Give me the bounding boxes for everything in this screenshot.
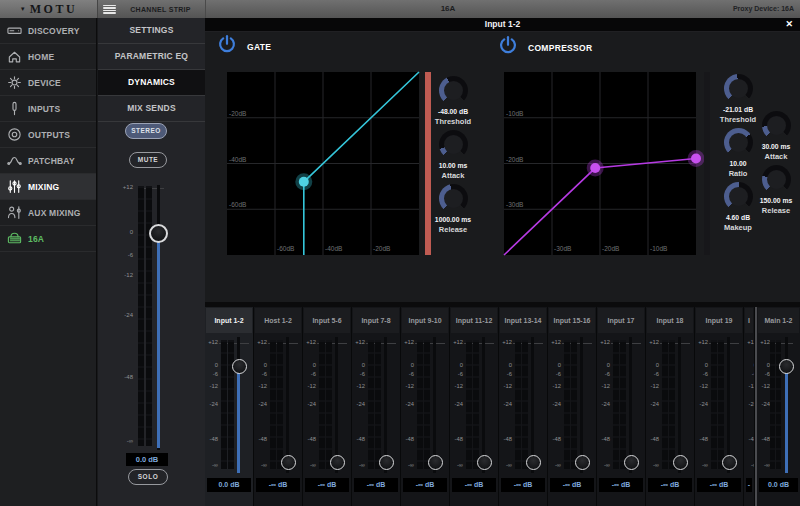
strip-fader-value[interactable]: 0.0 dB — [207, 478, 251, 492]
strip-fader-value[interactable]: -∞ dB — [256, 478, 300, 492]
strip-fader-handle[interactable] — [673, 455, 688, 470]
device-16a-icon — [7, 231, 22, 246]
stereo-button[interactable]: STEREO — [125, 123, 167, 139]
strip-fader-value[interactable]: -∞ dB — [501, 478, 545, 492]
strip-fader-handle[interactable] — [526, 455, 541, 470]
strip-fader-value[interactable]: -∞ dB — [697, 478, 741, 492]
strip-fader-value[interactable]: -∞ dB — [305, 478, 349, 492]
channel-strip-label[interactable]: Input 5-6 — [304, 308, 350, 333]
compressor-curve-handle[interactable] — [691, 153, 701, 163]
compressor-release-knob[interactable] — [762, 165, 791, 194]
channel-strip-label[interactable]: Input 13-14 — [500, 308, 546, 333]
mute-button[interactable]: MUTE — [129, 152, 167, 168]
strip-fader-track[interactable] — [384, 337, 387, 473]
compressor-threshold-knob[interactable] — [724, 74, 753, 103]
strip-scale-mark: -6 — [648, 371, 659, 377]
tab-mix-sends[interactable]: MIX SENDS — [98, 96, 205, 122]
channel-strip-label[interactable]: Input 17 — [598, 308, 644, 333]
strips-row: Input 1-2+120-6-12-24-48-∞0.0 dBHost 1-2… — [205, 307, 800, 506]
strip-fader-value[interactable]: -∞ dB — [599, 478, 643, 492]
strip-fader-track[interactable] — [433, 337, 436, 473]
strip-scale-mark: -∞ — [452, 462, 463, 468]
strip-fader-handle[interactable] — [232, 359, 247, 374]
sidebar-item-device[interactable]: DEVICE — [0, 70, 96, 96]
strip-scale-mark: -12 — [501, 383, 512, 389]
sidebar-item-discovery[interactable]: DISCOVERY — [0, 18, 96, 44]
strip-level-meter — [417, 340, 423, 469]
fader-scale-mark: 0 — [98, 229, 133, 235]
channel-strip-label[interactable]: Input 11-12 — [451, 308, 497, 333]
strip-fader-handle[interactable] — [330, 455, 345, 470]
strip-fader-value[interactable]: -∞ dB — [648, 478, 692, 492]
strip-fader-value[interactable]: - — [746, 478, 752, 492]
channel-strip-label[interactable]: Input 19 — [696, 308, 742, 333]
strip-fader-value[interactable]: -∞ dB — [550, 478, 594, 492]
channel-fader-value[interactable]: 0.0 dB — [126, 453, 168, 466]
strip-fader-value[interactable]: 0.0 dB — [759, 478, 798, 492]
sidebar-item-home[interactable]: HOME — [0, 44, 96, 70]
channel-strip-label[interactable]: I — [745, 308, 753, 333]
strip-fader-track[interactable] — [629, 337, 632, 473]
sidebar-item-outputs[interactable]: OUTPUTS — [0, 122, 96, 148]
strip-fader-value[interactable]: -∞ dB — [354, 478, 398, 492]
faders-icon — [7, 179, 22, 194]
sidebar-item-inputs[interactable]: INPUTS — [0, 96, 96, 122]
strip-scale-mark: -12 — [354, 383, 365, 389]
hamburger-menu-icon[interactable] — [103, 5, 116, 14]
strip-fader-handle[interactable] — [779, 359, 794, 374]
strip-fader-value[interactable]: -∞ dB — [403, 478, 447, 492]
strip-scale-mark: 0 — [697, 362, 708, 368]
strip-fader-track[interactable] — [286, 337, 289, 473]
channel-strip-label[interactable]: Host 1-2 — [255, 308, 301, 333]
strip-scale-mark: -∞ — [759, 462, 770, 468]
channel-strip-label[interactable]: Main 1-2 — [758, 308, 799, 333]
strip-scale-mark: -24 — [305, 401, 316, 407]
channel-strip-label[interactable]: Input 15-16 — [549, 308, 595, 333]
strip-fader-handle[interactable] — [281, 455, 296, 470]
sidebar-item-aux-mixing[interactable]: AUX MIXING — [0, 200, 96, 226]
sidebar-item-patchbay[interactable]: PATCHBAY — [0, 148, 96, 174]
svg-text:-60dB: -60dB — [229, 201, 246, 208]
gate-curve-svg: -60dB-40dB-20dB-20dB-40dB-60dB — [227, 72, 419, 255]
strip-fader-track[interactable] — [727, 337, 730, 473]
gate-power-button[interactable] — [216, 33, 238, 55]
sidebar-item-mixing[interactable]: MIXING — [0, 174, 96, 200]
gate-release-knob[interactable] — [439, 184, 468, 213]
sidebar-item-16a[interactable]: 16A — [0, 226, 96, 252]
compressor-attack-knob[interactable] — [762, 111, 791, 140]
close-icon[interactable]: ✕ — [785, 18, 793, 31]
strip-fader-handle[interactable] — [477, 455, 492, 470]
gate-attack-knob[interactable] — [439, 130, 468, 159]
compressor-makeup-knob[interactable] — [724, 182, 753, 211]
strip-fader-handle[interactable] — [722, 455, 737, 470]
strip-fader-value[interactable]: -∞ dB — [452, 478, 496, 492]
strip-fader-track[interactable] — [335, 337, 338, 473]
sidebar-item-label: 16A — [28, 234, 44, 244]
motu-logo-menu[interactable]: ▼ MOTU — [0, 0, 98, 18]
strip-fader-handle[interactable] — [575, 455, 590, 470]
strip-fader-handle[interactable] — [379, 455, 394, 470]
gate-curve-handle[interactable] — [299, 177, 309, 187]
svg-text:-10dB: -10dB — [650, 245, 667, 252]
strip-fader-track[interactable] — [580, 337, 583, 473]
compressor-curve-handle[interactable] — [590, 163, 600, 173]
compressor-power-button[interactable] — [497, 34, 519, 56]
tab-parametric-eq[interactable]: PARAMETRIC EQ — [98, 44, 205, 70]
fader-handle[interactable] — [149, 224, 168, 243]
channel-strip-label[interactable]: Input 1-2 — [206, 308, 252, 333]
strip-scale-mark: +12 — [599, 339, 610, 345]
strip-fader-handle[interactable] — [428, 455, 443, 470]
tab-dynamics[interactable]: DYNAMICS — [98, 70, 205, 96]
channel-strip-label[interactable]: Input 18 — [647, 308, 693, 333]
strip-scale-mark: -24 — [746, 401, 755, 407]
gate-threshold-knob[interactable] — [439, 76, 468, 105]
strip-fader-track[interactable] — [678, 337, 681, 473]
strip-fader-handle[interactable] — [624, 455, 639, 470]
channel-strip-label[interactable]: Input 9-10 — [402, 308, 448, 333]
compressor-ratio-knob[interactable] — [724, 128, 753, 157]
tab-settings[interactable]: SETTINGS — [98, 18, 205, 44]
strip-fader-track[interactable] — [531, 337, 534, 473]
solo-button[interactable]: SOLO — [128, 469, 168, 485]
channel-strip-label[interactable]: Input 7-8 — [353, 308, 399, 333]
strip-fader-track[interactable] — [482, 337, 485, 473]
